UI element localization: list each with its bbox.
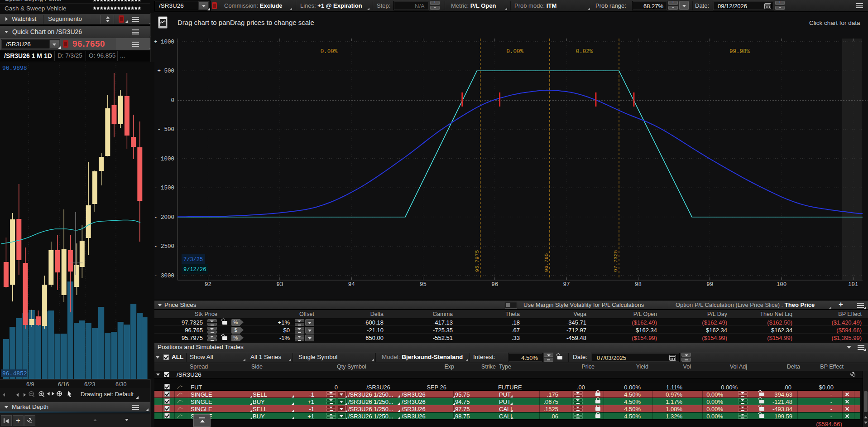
svg-text:95.7975: 95.7975 — [474, 250, 480, 272]
svg-text:- 2500: - 2500 — [154, 243, 174, 250]
svg-text:100: 100 — [777, 281, 787, 288]
svg-text:0: 0 — [171, 97, 174, 104]
svg-text:7/3/25: 7/3/25 — [183, 257, 203, 263]
svg-text:98: 98 — [635, 281, 642, 288]
svg-text:0.02%: 0.02% — [576, 49, 593, 55]
svg-text:93: 93 — [276, 281, 283, 288]
svg-text:97: 97 — [563, 281, 570, 288]
svg-text:- 1000: - 1000 — [154, 156, 174, 162]
svg-text:0.00%: 0.00% — [321, 49, 338, 55]
svg-text:- 500: - 500 — [157, 126, 174, 133]
svg-text:9/12/26: 9/12/26 — [183, 267, 206, 273]
svg-text:97.7325: 97.7325 — [613, 250, 619, 272]
svg-text:0.00%: 0.00% — [506, 49, 523, 55]
svg-text:+ 1000: + 1000 — [154, 39, 174, 45]
svg-text:99.98%: 99.98% — [729, 49, 750, 55]
svg-text:92: 92 — [205, 281, 211, 288]
svg-text:96.765: 96.765 — [543, 253, 549, 272]
svg-text:95: 95 — [420, 281, 427, 288]
svg-text:+ 500: + 500 — [157, 68, 174, 74]
svg-text:- 3000: - 3000 — [154, 273, 174, 279]
svg-text:96: 96 — [491, 281, 498, 288]
svg-text:- 2000: - 2000 — [154, 214, 174, 221]
svg-text:99: 99 — [706, 281, 713, 288]
svg-text:96.4852: 96.4852 — [2, 370, 27, 377]
svg-text:101: 101 — [848, 281, 858, 288]
svg-text:96.9898: 96.9898 — [2, 65, 27, 72]
svg-text:- 1500: - 1500 — [154, 185, 174, 191]
svg-text:94: 94 — [348, 281, 355, 288]
